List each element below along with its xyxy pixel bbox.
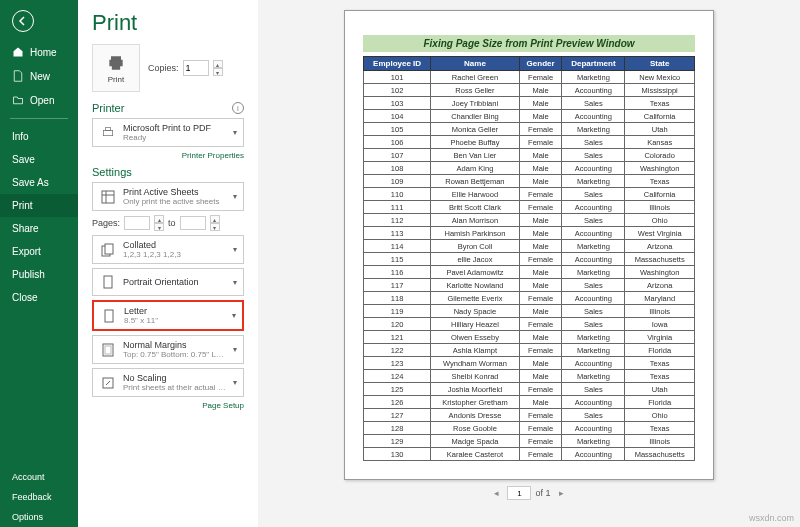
table-row: 119Nady SpacieMaleSalesIllinois (364, 305, 695, 318)
open-icon (12, 94, 24, 106)
table-row: 113Hamish ParkinsonMaleAccountingWest Vi… (364, 227, 695, 240)
table-row: 122Ashla KlamptFemaleMarketingFlorida (364, 344, 695, 357)
printer-icon (106, 53, 126, 73)
table-row: 104Chandler BingMaleAccountingCalifornia (364, 110, 695, 123)
table-header: Department (562, 57, 625, 71)
table-header: Employee ID (364, 57, 431, 71)
pages-to-input[interactable] (180, 216, 206, 230)
table-header: Gender (519, 57, 562, 71)
sidebar-item-print[interactable]: Print (0, 194, 78, 217)
sidebar-item-close[interactable]: Close (0, 286, 78, 309)
chevron-down-icon: ▾ (233, 128, 237, 137)
copies-up[interactable]: ▴ (213, 60, 223, 68)
svg-rect-6 (105, 244, 113, 254)
table-row: 116Pavel AdamowitzMaleMarketingWashingto… (364, 266, 695, 279)
printer-device-icon (99, 124, 117, 142)
table-row: 106Phoebe BuffayFemaleSalesKansas (364, 136, 695, 149)
copies-down[interactable]: ▾ (213, 68, 223, 76)
sidebar-item-share[interactable]: Share (0, 217, 78, 240)
orientation-dropdown[interactable]: Portrait Orientation ▾ (92, 268, 244, 296)
sidebar-item-info[interactable]: Info (0, 125, 78, 148)
printer-section-label: Printeri (92, 102, 244, 114)
table-row: 115ellie JacoxFemaleAccountingMassachuse… (364, 253, 695, 266)
settings-section-label: Settings (92, 166, 244, 178)
main-content: Print Print Copies: ▴▾ Printeri Microsof… (78, 0, 800, 527)
table-row: 117Karlotte NowlandMaleSalesArizona (364, 279, 695, 292)
svg-rect-2 (102, 191, 114, 203)
margins-dropdown[interactable]: Normal MarginsTop: 0.75" Bottom: 0.75" L… (92, 335, 244, 364)
table-row: 128Rose GoobleFemaleAccountingTexas (364, 422, 695, 435)
back-button[interactable] (12, 10, 34, 32)
chevron-down-icon: ▾ (233, 345, 237, 354)
portrait-icon (99, 273, 117, 291)
preview-table: Employee IDNameGenderDepartmentState 101… (363, 56, 695, 461)
table-row: 125Joshia MoorfieldFemaleSalesUtah (364, 383, 695, 396)
prev-page-button[interactable]: ◂ (490, 488, 503, 498)
table-row: 126Kristopher GrethamMaleAccountingFlori… (364, 396, 695, 409)
table-row: 127Andonis DresseFemaleSalesOhio (364, 409, 695, 422)
next-page-button[interactable]: ▸ (555, 488, 568, 498)
print-settings-panel: Print Print Copies: ▴▾ Printeri Microsof… (78, 0, 258, 527)
print-button[interactable]: Print (92, 44, 140, 92)
sidebar-item-save[interactable]: Save (0, 148, 78, 171)
current-page-input[interactable] (507, 486, 531, 500)
table-row: 118Gilemette EverixFemaleAccountingMaryl… (364, 292, 695, 305)
sidebar-item-open[interactable]: Open (0, 88, 78, 112)
copies-control: Copies: ▴▾ (148, 60, 223, 76)
table-row: 124Shelbi KonradMaleMarketingTexas (364, 370, 695, 383)
sidebar-item-saveas[interactable]: Save As (0, 171, 78, 194)
table-header: State (625, 57, 695, 71)
page-setup-link[interactable]: Page Setup (92, 401, 244, 410)
table-row: 114Byron CollMaleMarketingArizona (364, 240, 695, 253)
print-preview-area: Fixing Page Size from Print Preview Wind… (258, 0, 800, 527)
preview-table-title: Fixing Page Size from Print Preview Wind… (363, 35, 695, 52)
chevron-down-icon: ▾ (232, 311, 236, 320)
sidebar-item-account[interactable]: Account (0, 467, 78, 487)
sidebar-item-options[interactable]: Options (0, 507, 78, 527)
print-what-dropdown[interactable]: Print Active SheetsOnly print the active… (92, 182, 244, 211)
sidebar-item-publish[interactable]: Publish (0, 263, 78, 286)
sheet-icon (99, 188, 117, 206)
table-row: 102Ross GellerMaleAccountingMississippi (364, 84, 695, 97)
copies-input[interactable] (183, 60, 209, 76)
chevron-down-icon: ▾ (233, 192, 237, 201)
backstage-sidebar: Home New Open Info Save Save As Print Sh… (0, 0, 78, 527)
margins-icon (99, 341, 117, 359)
preview-page: Fixing Page Size from Print Preview Wind… (344, 10, 714, 480)
watermark: wsxdn.com (749, 513, 794, 523)
chevron-down-icon: ▾ (233, 245, 237, 254)
table-row: 109Rowan BettjemanMaleMarketingTexas (364, 175, 695, 188)
collate-icon (99, 241, 117, 259)
svg-rect-1 (105, 127, 110, 130)
printer-dropdown[interactable]: Microsoft Print to PDFReady ▾ (92, 118, 244, 147)
table-row: 121Olwen EssebyMaleMarketingVirginia (364, 331, 695, 344)
table-row: 103Joey TribbianiMaleSalesTexas (364, 97, 695, 110)
page-icon (100, 307, 118, 325)
scaling-icon (99, 374, 117, 392)
svg-rect-7 (104, 276, 112, 288)
pages-from-input[interactable] (124, 216, 150, 230)
collation-dropdown[interactable]: Collated1,2,3 1,2,3 1,2,3 ▾ (92, 235, 244, 264)
new-icon (12, 70, 24, 82)
sidebar-item-home[interactable]: Home (0, 40, 78, 64)
table-row: 108Adam KingMaleAccountingWashington (364, 162, 695, 175)
home-icon (12, 46, 24, 58)
sidebar-item-export[interactable]: Export (0, 240, 78, 263)
printer-info-icon[interactable]: i (232, 102, 244, 114)
pages-range: Pages: ▴▾ to ▴▾ (92, 215, 244, 231)
svg-rect-0 (103, 130, 112, 135)
table-row: 130Karalee CasterotFemaleAccountingMassa… (364, 448, 695, 461)
table-row: 112Alan MorrisonMaleSalesOhio (364, 214, 695, 227)
page-title: Print (92, 10, 244, 36)
chevron-down-icon: ▾ (233, 378, 237, 387)
table-row: 120Hilliary HeazelFemaleSalesIowa (364, 318, 695, 331)
sidebar-item-new[interactable]: New (0, 64, 78, 88)
printer-properties-link[interactable]: Printer Properties (92, 151, 244, 160)
table-row: 111Britt Scott ClarkFemaleAccountingIlli… (364, 201, 695, 214)
page-navigation: ◂ of 1 ▸ (490, 486, 567, 500)
scaling-dropdown[interactable]: No ScalingPrint sheets at their actual s… (92, 368, 244, 397)
table-row: 107Ben Van LierMaleSalesColorado (364, 149, 695, 162)
table-row: 101Rachel GreenFemaleMarketingNew Mexico (364, 71, 695, 84)
sidebar-item-feedback[interactable]: Feedback (0, 487, 78, 507)
paper-size-dropdown[interactable]: Letter8.5" x 11" ▾ (92, 300, 244, 331)
